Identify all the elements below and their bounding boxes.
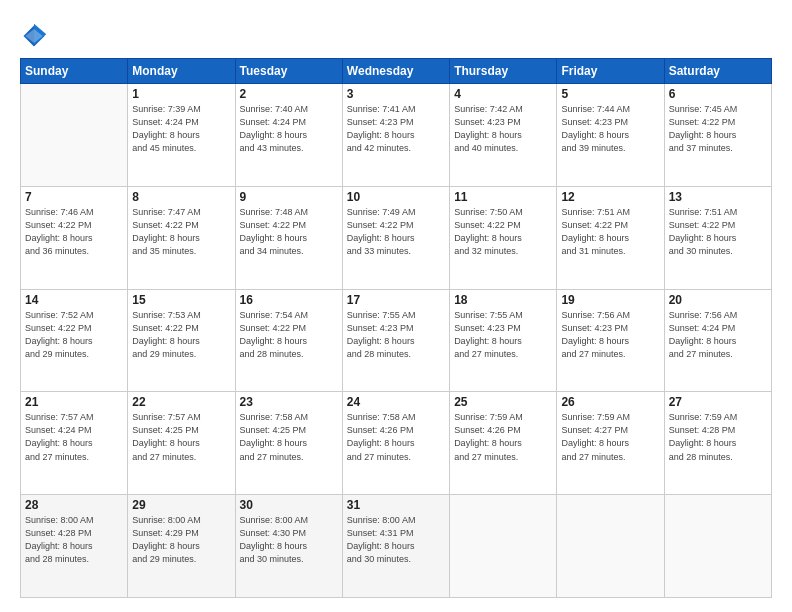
week-row-4: 21Sunrise: 7:57 AM Sunset: 4:24 PM Dayli… [21, 392, 772, 495]
calendar-cell: 25Sunrise: 7:59 AM Sunset: 4:26 PM Dayli… [450, 392, 557, 495]
calendar-cell [557, 495, 664, 598]
day-number: 29 [132, 498, 230, 512]
day-info: Sunrise: 7:47 AM Sunset: 4:22 PM Dayligh… [132, 206, 230, 258]
calendar-cell: 20Sunrise: 7:56 AM Sunset: 4:24 PM Dayli… [664, 289, 771, 392]
day-number: 20 [669, 293, 767, 307]
weekday-header-friday: Friday [557, 59, 664, 84]
weekday-header-sunday: Sunday [21, 59, 128, 84]
weekday-header-saturday: Saturday [664, 59, 771, 84]
calendar-cell [21, 84, 128, 187]
day-number: 7 [25, 190, 123, 204]
calendar-header: SundayMondayTuesdayWednesdayThursdayFrid… [21, 59, 772, 84]
calendar-cell: 7Sunrise: 7:46 AM Sunset: 4:22 PM Daylig… [21, 186, 128, 289]
calendar-cell: 27Sunrise: 7:59 AM Sunset: 4:28 PM Dayli… [664, 392, 771, 495]
day-info: Sunrise: 7:49 AM Sunset: 4:22 PM Dayligh… [347, 206, 445, 258]
day-info: Sunrise: 8:00 AM Sunset: 4:31 PM Dayligh… [347, 514, 445, 566]
logo-icon [20, 22, 48, 50]
day-number: 30 [240, 498, 338, 512]
day-number: 22 [132, 395, 230, 409]
day-info: Sunrise: 7:48 AM Sunset: 4:22 PM Dayligh… [240, 206, 338, 258]
day-number: 31 [347, 498, 445, 512]
day-info: Sunrise: 7:50 AM Sunset: 4:22 PM Dayligh… [454, 206, 552, 258]
day-number: 2 [240, 87, 338, 101]
calendar-cell: 16Sunrise: 7:54 AM Sunset: 4:22 PM Dayli… [235, 289, 342, 392]
calendar-cell: 1Sunrise: 7:39 AM Sunset: 4:24 PM Daylig… [128, 84, 235, 187]
day-info: Sunrise: 7:52 AM Sunset: 4:22 PM Dayligh… [25, 309, 123, 361]
day-number: 27 [669, 395, 767, 409]
day-info: Sunrise: 7:58 AM Sunset: 4:25 PM Dayligh… [240, 411, 338, 463]
day-number: 8 [132, 190, 230, 204]
day-number: 4 [454, 87, 552, 101]
day-number: 11 [454, 190, 552, 204]
day-number: 13 [669, 190, 767, 204]
calendar-cell: 10Sunrise: 7:49 AM Sunset: 4:22 PM Dayli… [342, 186, 449, 289]
calendar-cell: 24Sunrise: 7:58 AM Sunset: 4:26 PM Dayli… [342, 392, 449, 495]
day-number: 6 [669, 87, 767, 101]
day-info: Sunrise: 7:42 AM Sunset: 4:23 PM Dayligh… [454, 103, 552, 155]
page: SundayMondayTuesdayWednesdayThursdayFrid… [0, 0, 792, 612]
day-info: Sunrise: 7:55 AM Sunset: 4:23 PM Dayligh… [347, 309, 445, 361]
day-info: Sunrise: 7:57 AM Sunset: 4:24 PM Dayligh… [25, 411, 123, 463]
day-number: 9 [240, 190, 338, 204]
day-number: 17 [347, 293, 445, 307]
calendar-cell: 23Sunrise: 7:58 AM Sunset: 4:25 PM Dayli… [235, 392, 342, 495]
day-info: Sunrise: 7:46 AM Sunset: 4:22 PM Dayligh… [25, 206, 123, 258]
day-info: Sunrise: 7:41 AM Sunset: 4:23 PM Dayligh… [347, 103, 445, 155]
calendar-cell: 2Sunrise: 7:40 AM Sunset: 4:24 PM Daylig… [235, 84, 342, 187]
day-number: 24 [347, 395, 445, 409]
calendar-cell: 21Sunrise: 7:57 AM Sunset: 4:24 PM Dayli… [21, 392, 128, 495]
day-info: Sunrise: 7:59 AM Sunset: 4:28 PM Dayligh… [669, 411, 767, 463]
day-info: Sunrise: 7:56 AM Sunset: 4:24 PM Dayligh… [669, 309, 767, 361]
calendar-cell: 15Sunrise: 7:53 AM Sunset: 4:22 PM Dayli… [128, 289, 235, 392]
calendar-cell: 31Sunrise: 8:00 AM Sunset: 4:31 PM Dayli… [342, 495, 449, 598]
day-info: Sunrise: 7:44 AM Sunset: 4:23 PM Dayligh… [561, 103, 659, 155]
calendar-cell: 5Sunrise: 7:44 AM Sunset: 4:23 PM Daylig… [557, 84, 664, 187]
day-number: 26 [561, 395, 659, 409]
calendar-cell: 8Sunrise: 7:47 AM Sunset: 4:22 PM Daylig… [128, 186, 235, 289]
day-info: Sunrise: 7:59 AM Sunset: 4:27 PM Dayligh… [561, 411, 659, 463]
day-info: Sunrise: 7:56 AM Sunset: 4:23 PM Dayligh… [561, 309, 659, 361]
day-info: Sunrise: 7:51 AM Sunset: 4:22 PM Dayligh… [561, 206, 659, 258]
day-number: 23 [240, 395, 338, 409]
week-row-2: 7Sunrise: 7:46 AM Sunset: 4:22 PM Daylig… [21, 186, 772, 289]
day-info: Sunrise: 7:57 AM Sunset: 4:25 PM Dayligh… [132, 411, 230, 463]
week-row-1: 1Sunrise: 7:39 AM Sunset: 4:24 PM Daylig… [21, 84, 772, 187]
weekday-header-tuesday: Tuesday [235, 59, 342, 84]
calendar-cell: 18Sunrise: 7:55 AM Sunset: 4:23 PM Dayli… [450, 289, 557, 392]
calendar-cell: 28Sunrise: 8:00 AM Sunset: 4:28 PM Dayli… [21, 495, 128, 598]
day-info: Sunrise: 8:00 AM Sunset: 4:29 PM Dayligh… [132, 514, 230, 566]
day-info: Sunrise: 7:54 AM Sunset: 4:22 PM Dayligh… [240, 309, 338, 361]
header [20, 18, 772, 50]
calendar-cell: 12Sunrise: 7:51 AM Sunset: 4:22 PM Dayli… [557, 186, 664, 289]
weekday-header-monday: Monday [128, 59, 235, 84]
day-info: Sunrise: 7:45 AM Sunset: 4:22 PM Dayligh… [669, 103, 767, 155]
day-number: 19 [561, 293, 659, 307]
calendar-cell: 3Sunrise: 7:41 AM Sunset: 4:23 PM Daylig… [342, 84, 449, 187]
calendar-cell: 17Sunrise: 7:55 AM Sunset: 4:23 PM Dayli… [342, 289, 449, 392]
day-number: 10 [347, 190, 445, 204]
calendar-cell: 30Sunrise: 8:00 AM Sunset: 4:30 PM Dayli… [235, 495, 342, 598]
day-number: 12 [561, 190, 659, 204]
day-number: 28 [25, 498, 123, 512]
day-number: 5 [561, 87, 659, 101]
day-number: 16 [240, 293, 338, 307]
day-info: Sunrise: 7:39 AM Sunset: 4:24 PM Dayligh… [132, 103, 230, 155]
logo [20, 22, 50, 50]
calendar-cell: 29Sunrise: 8:00 AM Sunset: 4:29 PM Dayli… [128, 495, 235, 598]
day-info: Sunrise: 7:58 AM Sunset: 4:26 PM Dayligh… [347, 411, 445, 463]
day-info: Sunrise: 8:00 AM Sunset: 4:30 PM Dayligh… [240, 514, 338, 566]
calendar-cell [664, 495, 771, 598]
day-number: 18 [454, 293, 552, 307]
day-number: 3 [347, 87, 445, 101]
day-number: 21 [25, 395, 123, 409]
day-number: 14 [25, 293, 123, 307]
calendar-table: SundayMondayTuesdayWednesdayThursdayFrid… [20, 58, 772, 598]
calendar-cell: 14Sunrise: 7:52 AM Sunset: 4:22 PM Dayli… [21, 289, 128, 392]
day-number: 1 [132, 87, 230, 101]
calendar-cell: 13Sunrise: 7:51 AM Sunset: 4:22 PM Dayli… [664, 186, 771, 289]
weekday-row: SundayMondayTuesdayWednesdayThursdayFrid… [21, 59, 772, 84]
calendar-cell [450, 495, 557, 598]
calendar-body: 1Sunrise: 7:39 AM Sunset: 4:24 PM Daylig… [21, 84, 772, 598]
calendar-cell: 26Sunrise: 7:59 AM Sunset: 4:27 PM Dayli… [557, 392, 664, 495]
day-info: Sunrise: 7:53 AM Sunset: 4:22 PM Dayligh… [132, 309, 230, 361]
